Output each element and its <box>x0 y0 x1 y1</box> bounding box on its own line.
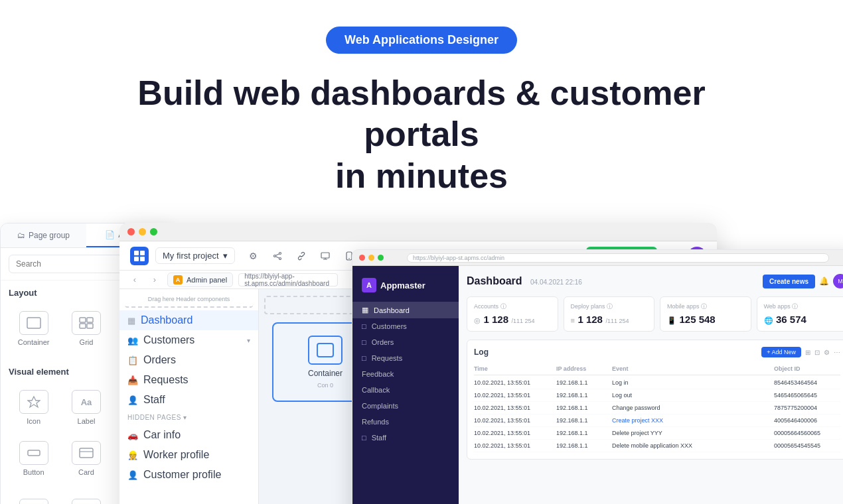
log-more-icon[interactable]: ⋯ <box>834 349 840 356</box>
worker-profile-icon: 👷 <box>127 450 138 460</box>
inner-avatar: M <box>833 274 843 288</box>
svg-marker-5 <box>28 397 40 407</box>
log-row: 10.02.2021, 13:55:01 192.168.1.1 Change … <box>474 402 840 414</box>
orders-nav-icon: 📋 <box>127 355 138 365</box>
stats-row: Accounts ⓘ ◎ 1 128 /111 254 Deploy plans… <box>467 296 843 332</box>
nav-item-orders[interactable]: 📋 Orders <box>119 350 258 370</box>
label-element-icon: Aa <box>72 390 101 414</box>
time-col-header: Time <box>474 365 554 372</box>
chevron-down-icon: ▾ <box>223 251 228 261</box>
container-block-label: Container <box>308 369 343 378</box>
accounts-icon: ◎ <box>474 316 481 324</box>
inner-page-title: Dashboard <box>467 275 522 286</box>
element-card[interactable]: Card <box>61 434 111 483</box>
add-new-btn[interactable]: + Add New <box>761 347 801 357</box>
desktop-icon[interactable] <box>316 247 335 265</box>
inner-nav-complaints[interactable]: Complaints <box>352 398 459 414</box>
log-filter-icon[interactable]: ⊡ <box>814 349 820 356</box>
page-group-icon: 🗂 <box>17 231 25 240</box>
inner-content: A Appmaster ▦ Dashboard □ Customers □ Or… <box>352 266 843 504</box>
nav-item-customers[interactable]: 👥 Customers ▾ <box>119 330 258 350</box>
inner-bell-icon[interactable]: 🔔 <box>819 277 829 286</box>
svg-rect-26 <box>134 257 139 261</box>
element-table[interactable]: Table <box>9 492 58 504</box>
back-icon[interactable]: ‹ <box>127 273 142 287</box>
nav-item-customer-profile[interactable]: 👤 Customer profile <box>119 465 258 485</box>
log-header: Log + Add New ⊞ ⊡ ⚙ ⋯ <box>474 347 840 357</box>
log-copy-icon[interactable]: ⊞ <box>805 349 810 356</box>
log-actions: + Add New ⊞ ⊡ ⚙ ⋯ <box>761 347 840 357</box>
inner-title-area: Dashboard 04.04.2021 22:16 <box>467 275 582 287</box>
log-row: 10.02.2021, 13:55:01 192.168.1.1 Delete … <box>474 427 840 440</box>
container-icon <box>19 311 48 335</box>
svg-line-32 <box>275 256 279 257</box>
list-element-icon <box>72 499 101 504</box>
svg-point-37 <box>348 258 350 259</box>
element-icon-item[interactable]: Icon <box>9 383 58 432</box>
log-section: Log + Add New ⊞ ⊡ ⚙ ⋯ Time IP address Ev… <box>467 340 843 460</box>
forward-icon[interactable]: › <box>147 273 162 287</box>
admin-panel-label: Admin panel <box>187 276 227 284</box>
inner-nav-dashboard[interactable]: ▦ Dashboard <box>352 302 459 318</box>
inner-minimize-dot <box>368 255 374 261</box>
inner-nav-requests[interactable]: □ Requests <box>352 350 459 366</box>
nav-item-worker-profile[interactable]: 👷 Worker profile <box>119 445 258 465</box>
svg-rect-33 <box>321 253 329 258</box>
tab-page-group[interactable]: 🗂 Page group <box>1 223 86 247</box>
element-grid[interactable]: Grid <box>61 304 111 353</box>
window-titlebar <box>119 223 717 241</box>
close-dot[interactable] <box>127 228 135 235</box>
inner-nav-feedback[interactable]: Feedback <box>352 366 459 382</box>
container-con0-label: Con 0 <box>317 382 333 389</box>
event-col-header: Event <box>612 365 771 372</box>
settings-icon[interactable]: ⚙ <box>244 247 263 265</box>
grid-label: Grid <box>80 338 94 346</box>
inner-nav-refunds[interactable]: Refunds <box>352 414 459 430</box>
element-container[interactable]: Container <box>9 304 58 353</box>
url-display: https://blyiyl-app-st.apms.cc/admin/dash… <box>244 273 332 287</box>
inner-sidebar-logo: A Appmaster <box>352 273 459 302</box>
appmaster-name: Appmaster <box>380 281 425 290</box>
header-drop-zone: Drag here Header components <box>125 292 253 308</box>
inner-nav-orders[interactable]: □ Orders <box>352 334 459 350</box>
orders-nav-label: Orders <box>143 354 176 366</box>
log-row: 10.02.2021, 13:55:01 192.168.1.1 Log in … <box>474 377 840 389</box>
svg-line-31 <box>275 253 279 255</box>
share-icon[interactable] <box>268 247 287 265</box>
inner-url-bar: https://blyiyl-app-st.apms.cc/admin <box>407 253 829 263</box>
nav-item-car-info[interactable]: 🚗 Car info <box>119 425 258 445</box>
element-label-item[interactable]: Aa Label <box>61 383 111 432</box>
element-button[interactable]: Button <box>9 434 58 483</box>
svg-rect-38 <box>317 344 333 357</box>
stat-deploy-plans: Deploy plans ⓘ ≡ 1 128 /111 254 <box>564 296 655 332</box>
inner-nav-callback[interactable]: Callback <box>352 382 459 398</box>
inner-dashboard: https://blyiyl-app-st.apms.cc/admin A Ap… <box>352 249 843 504</box>
inner-nav-customers[interactable]: □ Customers <box>352 318 459 334</box>
inner-nav-staff[interactable]: □ Staff <box>352 430 459 446</box>
link-icon[interactable] <box>292 247 311 265</box>
web-value: 36 574 <box>776 314 806 325</box>
inner-customers-icon: □ <box>362 322 366 330</box>
card-element-icon <box>72 441 101 465</box>
accounts-value: 1 128 <box>483 314 508 325</box>
worker-profile-label: Worker profile <box>143 449 209 461</box>
nav-item-requests[interactable]: 📥 Requests <box>119 370 258 390</box>
maximize-dot[interactable] <box>150 228 157 235</box>
create-news-btn[interactable]: Create news <box>763 275 815 288</box>
nav-item-staff[interactable]: 👤 Staff <box>119 390 258 410</box>
inner-close-dot <box>359 255 365 261</box>
log-settings-icon[interactable]: ⚙ <box>824 349 830 356</box>
minimize-dot[interactable] <box>139 228 146 235</box>
inner-header-actions: Create news 🔔 M <box>763 274 843 288</box>
nav-item-dashboard[interactable]: ▦ Dashboard <box>119 310 258 330</box>
stat-mobile-apps: Mobile apps ⓘ 📱 125 548 <box>660 296 751 332</box>
element-list[interactable]: List <box>61 492 111 504</box>
customers-nav-label: Customers <box>143 334 194 346</box>
project-selector[interactable]: My first project ▾ <box>155 247 235 264</box>
car-info-label: Car info <box>143 429 181 441</box>
staff-nav-icon: 👤 <box>127 395 138 405</box>
appmaster-logo-icon: A <box>362 278 376 292</box>
svg-rect-25 <box>140 251 145 255</box>
deploy-icon: ≡ <box>571 316 575 324</box>
hero-badge: Web Applications Designer <box>326 27 517 54</box>
